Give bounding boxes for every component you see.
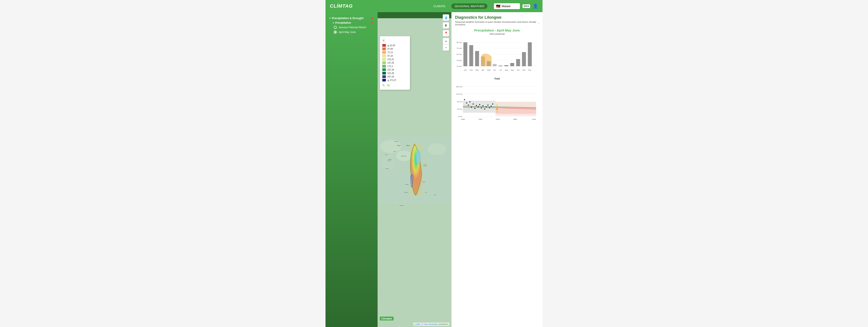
legend-value-label: 172,3 (388, 65, 393, 67)
svg-rect-34 (464, 42, 467, 66)
svg-rect-45 (528, 42, 532, 66)
svg-text:Mbeya: Mbeya (407, 145, 410, 146)
chart1-svg: 90 mm 70 mm 50 mm 30 mm 10 mm (455, 37, 539, 76)
country-flag: 🇲🇼 (496, 4, 500, 8)
legend-value-label: ≦ 272,47 (388, 79, 396, 82)
pin-btn[interactable]: 📍 (443, 30, 449, 36)
legend-bar: ≦ 22,05 (382, 44, 408, 47)
sidebar-section-label: Precipitation & Drought (332, 17, 364, 20)
sidebar-sub-label: Precipitation (335, 21, 351, 24)
legend-color-swatch (382, 79, 386, 82)
attribution-suffix: contributors (438, 323, 448, 325)
svg-text:Chipata: Chipata (405, 184, 409, 185)
svg-text:1960: 1960 (461, 118, 465, 120)
legend-color-swatch (382, 44, 386, 47)
country-selector[interactable]: 🇲🇼 Malawi (494, 3, 520, 9)
svg-point-81 (474, 108, 475, 109)
chevron-down-icon: ▾ (330, 17, 331, 19)
svg-point-85 (481, 108, 482, 109)
radio-apr-may-jun (334, 31, 337, 34)
map-top-stripe (378, 12, 452, 18)
leaflet-link[interactable]: Leaflet (414, 323, 420, 325)
svg-point-79 (471, 107, 472, 108)
right-panel: Diagnostics for Lilongwe Seasonal weathe… (452, 12, 542, 327)
climate-nav-link[interactable]: CLIMATE (432, 4, 447, 9)
chart1-title: Precipitation - April May June (455, 28, 539, 32)
legend-bar: 72,13 (382, 51, 408, 54)
radio-jan-feb-mar (334, 26, 337, 29)
svg-point-89 (487, 105, 489, 106)
svg-text:Makambako: Makambako (401, 155, 406, 156)
legend-close-btn[interactable]: ✕ (382, 38, 408, 42)
svg-rect-36 (475, 51, 479, 66)
language-selector[interactable]: EN ▾ (523, 4, 530, 8)
svg-text:Feb: Feb (470, 69, 473, 71)
svg-text:120 mm: 120 mm (456, 93, 462, 95)
svg-text:2100: 2100 (532, 118, 536, 120)
sidebar-sub-title-precipitation[interactable]: ▾ Precipitation 🔖 (332, 21, 375, 25)
sidebar-sub-precipitation: ▾ Precipitation 🔖 January Februari March… (328, 21, 375, 34)
radio-selected-dot (335, 31, 336, 33)
legend-edit-btn[interactable]: ✎ (382, 83, 385, 88)
map-area: Mbeya Rukwa Makambako Northern Province … (378, 12, 452, 327)
sidebar-item-jan-feb-mar[interactable]: January Februari March (332, 25, 375, 30)
svg-text:Northern: Northern (388, 159, 392, 160)
diagnostics-subtitle: Seasonal weather forecasts vs past clima… (455, 21, 539, 26)
svg-point-75 (464, 99, 465, 100)
bookmark-icon[interactable]: 🔖 (370, 17, 374, 20)
svg-point-4 (428, 143, 446, 155)
user-icon[interactable]: 👤 (533, 3, 538, 9)
legend-bar: 222,39 (382, 72, 408, 75)
sidebar-title-precipitation-drought[interactable]: ▾ Precipitation & Drought 🔖 (328, 16, 375, 21)
svg-text:Jan: Jan (464, 69, 467, 71)
svg-text:Oct: Oct (517, 69, 520, 71)
svg-rect-39 (493, 64, 497, 66)
svg-text:2065: 2065 (513, 118, 517, 120)
svg-text:80 mm: 80 mm (457, 101, 462, 103)
nav-links: CLIMATE SEASONAL WEATHER (432, 3, 487, 9)
map-attribution: Leaflet | © OpenStreetMap contributors (413, 323, 449, 326)
svg-text:70 mm: 70 mm (457, 47, 462, 49)
svg-point-82 (476, 105, 477, 106)
osm-link[interactable]: OpenStreetMap (424, 323, 438, 325)
svg-point-90 (489, 107, 490, 108)
legend-bars: ≦ 22,05 47,09 72,13 97,18 122,22 147,26 … (382, 44, 408, 82)
bookmark-icon-sub[interactable]: 🔖 (370, 21, 374, 24)
svg-text:Tete: Tete (425, 192, 427, 193)
lang-label: EN (524, 5, 527, 7)
sidebar-item-label: January Februari March (339, 26, 366, 29)
svg-point-76 (466, 102, 467, 103)
location-badge[interactable]: Lilongwa (380, 317, 394, 321)
legend-refresh-btn[interactable]: ↻ (387, 83, 390, 88)
svg-point-6 (416, 150, 421, 165)
zoom-out-btn[interactable]: − (443, 44, 449, 51)
svg-text:Apr: Apr (482, 69, 484, 71)
country-name: Malawi (502, 5, 510, 8)
svg-text:Rukwa: Rukwa (394, 151, 397, 152)
logo: CLÍMTAG (330, 3, 353, 9)
svg-rect-70 (496, 108, 536, 116)
chevron-down-icon: ▾ (333, 22, 334, 24)
header-right: 🇲🇼 Malawi EN ▾ 👤 (494, 3, 538, 9)
svg-text:Province: Province (388, 160, 391, 161)
legend-value-label: 197,34 (388, 69, 394, 71)
chart2-svg: 160 mm 120 mm 80 mm 40 mm 0 mm (455, 83, 539, 120)
svg-point-77 (468, 105, 469, 106)
legend-color-swatch (382, 72, 386, 75)
legend-bar: 47,09 (382, 47, 408, 50)
svg-text:Pweto: Pweto (385, 154, 388, 155)
seasonal-weather-nav-link[interactable]: SEASONAL WEATHER (452, 3, 487, 9)
legend-value-label: 122,22 (388, 58, 394, 61)
download-btn[interactable]: ⬇ (443, 22, 449, 29)
sidebar-item-apr-may-jun[interactable]: April May June (332, 30, 375, 34)
diagnostics-title: Diagnostics for Lilongwe (455, 15, 539, 20)
svg-text:Nov: Nov (522, 69, 525, 71)
svg-text:Sep: Sep (510, 69, 514, 71)
zoom-in-btn[interactable]: + (443, 38, 449, 44)
legend-bar: 172,3 (382, 65, 408, 68)
svg-rect-5 (409, 143, 423, 196)
svg-text:0 mm: 0 mm (458, 116, 462, 117)
chart1-total-label: Total (455, 77, 539, 80)
chart1-container: 90 mm 70 mm 50 mm 30 mm 10 mm (455, 37, 539, 80)
drop-icon-btn[interactable]: 💧 (443, 14, 449, 21)
